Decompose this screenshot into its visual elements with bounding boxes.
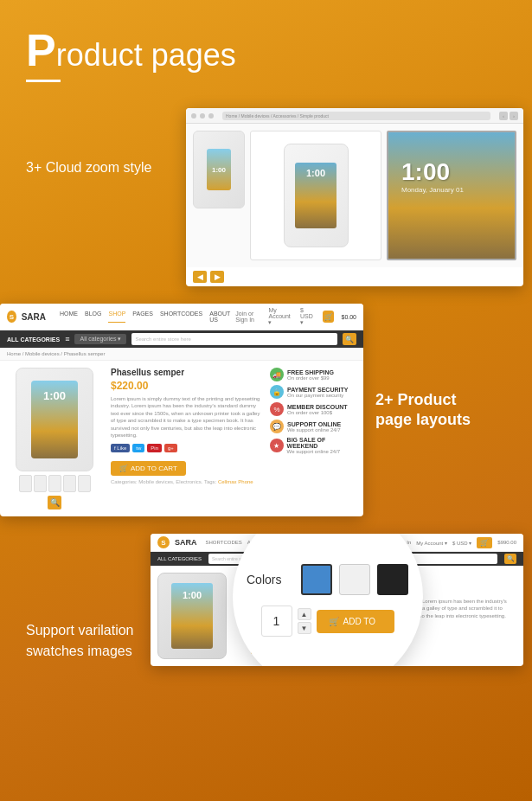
twitter-share[interactable]: tw [132,444,144,452]
nav-blog[interactable]: BLOG [85,311,101,323]
support-icon: 💬 [270,420,284,433]
quantity-row: 1 ▲ ▼ 🛒 ADD TO [261,606,394,637]
var-logo-icon: S [157,536,170,548]
var-cart-icon[interactable]: 🛒 [477,537,492,548]
zoom-next[interactable]: ▶ [210,271,224,283]
phone-screen-main: 1:00 [295,163,337,228]
search-button[interactable]: 🔍 [343,333,356,345]
categories-bar: ALL CATEGORIES ≡ All categories ▾ Search… [0,330,363,348]
browser-dot-2 [200,113,205,119]
all-categories-label[interactable]: ALL CATEGORIES [7,336,60,343]
variable-label-col: Support varilation swatches images [26,534,138,662]
color-swatch-white[interactable] [339,564,370,595]
product-layouts-row: S SARA HOME BLOG SHOP PAGES SHORTCODES A… [0,304,532,516]
product-services-col: 🚚 FREE SHIPPING On order over $99 🔒 PAYM… [270,368,356,509]
nav-about[interactable]: ABOUT US [209,311,230,323]
cart-icon[interactable]: 🛒 [323,311,335,323]
zoom-trigger-button[interactable]: 🔍 [48,496,61,509]
add-to-cart-button[interactable]: 🛒 ADD TO CART [111,461,186,476]
var-logo-text: SARA [175,538,197,547]
product-layouts-label-col: 2+ Product page layouts [363,304,502,516]
product-breadcrumb: Home / Mobile devices / Phasellus semper [0,348,363,361]
colors-label: Colors [247,573,294,586]
pinterest-share[interactable]: Pin [147,444,162,452]
phone-main: 1:00 [284,144,349,247]
nav-arrows: ‹ › [499,112,518,120]
product-phone-screen: 1:00 [31,381,78,458]
sign-in-link[interactable]: Join or Sign In [235,311,261,323]
colors-row: Colors [247,564,408,595]
nav-pages[interactable]: PAGES [132,311,153,323]
thumb-2[interactable] [34,475,47,492]
nav-forward: › [510,112,518,120]
discount-icon: % [270,402,284,416]
product-main-image: 1:00 [16,368,93,471]
page-header: Product pages [0,0,532,99]
browser-dot-1 [191,113,196,119]
swatches-circle-overlay: Colors 1 ▲ ▼ 🛒 ADD TO [233,534,423,666]
thumb-1[interactable] [19,475,32,492]
var-search-button[interactable]: 🔍 [504,554,516,564]
currency-selector[interactable]: $ USD ▾ [300,307,316,326]
cloud-zoom-label-col: 3+ Cloud zoom style [26,108,151,176]
var-product-image-col: 1:00 [157,573,244,659]
categories-tag: Categories: Mobile devices, Electronics.… [111,479,261,484]
quantity-arrows: ▲ ▼ [298,608,311,634]
service-discount: % MEMBER DISCOUNT On order over 100$ [270,402,356,416]
service-support: 💬 SUPPORT ONLINE We support online 24/7 [270,420,356,433]
quantity-down[interactable]: ▼ [298,622,311,634]
sara-nav-bar: S SARA HOME BLOG SHOP PAGES SHORTCODES A… [0,304,363,330]
quantity-input[interactable]: 1 [261,606,292,637]
zoom-time: 1:00 [388,132,515,186]
zoom-nav-arrows: ◀ ▶ [186,267,523,286]
title-underline [26,80,61,82]
screenshot-cloud-zoom: Home / Mobile devices / Accessories / Si… [186,108,523,286]
my-account-link[interactable]: My Account ▾ [268,307,293,326]
product-detail: 1:00 🔍 Phasellus semper $220.00 Lo [0,361,363,516]
var-phone-image: 1:00 [157,573,227,659]
payment-icon: 🔒 [270,385,284,399]
product-image-col: 1:00 🔍 [7,368,102,509]
section-product-layouts: S SARA HOME BLOG SHOP PAGES SHORTCODES A… [0,295,532,525]
product-thumbnails [19,475,91,492]
cloud-zoom-label: 3+ Cloud zoom style [26,160,151,176]
facebook-share[interactable]: f Like [111,444,130,452]
section-variable-product: Support varilation swatches images S SAR… [0,525,532,666]
thumb-5[interactable] [78,475,91,492]
zoom-prev[interactable]: ◀ [193,271,207,283]
zoom-date: Monday, January 01 [388,186,515,194]
color-swatch-blue[interactable] [301,564,332,595]
categories-icon[interactable]: ≡ [65,335,69,343]
sara-nav-right: Join or Sign In My Account ▾ $ USD ▾ 🛒 $… [235,307,356,326]
nav-home[interactable]: HOME [60,311,78,323]
gplus-share[interactable]: g+ [164,444,177,452]
quantity-up[interactable]: ▲ [298,608,311,620]
browser-toolbar: Home / Mobile devices / Accessories / Si… [186,108,523,124]
bottom-spacer [0,666,532,718]
sara-nav-links: HOME BLOG SHOP PAGES SHORTCODES ABOUT US [60,311,230,323]
var-phone-screen: 1:00 [171,583,213,649]
service-free-shipping: 🚚 FREE SHIPPING On order over $99 [270,368,356,381]
cat-dropdown[interactable]: All categories ▾ [74,334,126,344]
thumb-3[interactable] [48,475,61,492]
thumb-4[interactable] [63,475,76,492]
search-input[interactable]: Search entire store here [131,333,337,345]
screenshot-variable-product: S SARA SHORTCODES ABOUT US Join or Sign … [151,534,523,666]
color-swatch-black[interactable] [377,564,408,595]
add-to-cart-circle-button[interactable]: 🛒 ADD TO [317,610,394,633]
screenshot-product-layout: S SARA HOME BLOG SHOP PAGES SHORTCODES A… [0,304,363,516]
product-price: $220.00 [111,380,261,392]
browser-dot-3 [208,113,214,119]
phone-thumb-1: 1:00 [193,131,245,208]
shipping-icon: 🚚 [270,368,284,381]
service-sale: ★ BIG SALE OF WEEKEND We support online … [270,437,356,454]
social-share-buttons: f Like tw Pin g+ [111,444,261,452]
cart-total: $0.00 [341,314,356,320]
nav-back: ‹ [499,112,508,120]
product-info-col: Phasellus semper $220.00 Lorem ipsum is … [111,368,261,509]
section-cloud-zoom: 3+ Cloud zoom style Home / Mobile device… [0,99,532,295]
product-description: Lorem ipsum is simply dummy text of the … [111,395,261,439]
service-payment: 🔒 PAYMENT SECURITY On our payment securi… [270,385,356,399]
nav-shop[interactable]: SHOP [108,311,125,323]
nav-shortcodes[interactable]: SHORTCODES [160,311,202,323]
